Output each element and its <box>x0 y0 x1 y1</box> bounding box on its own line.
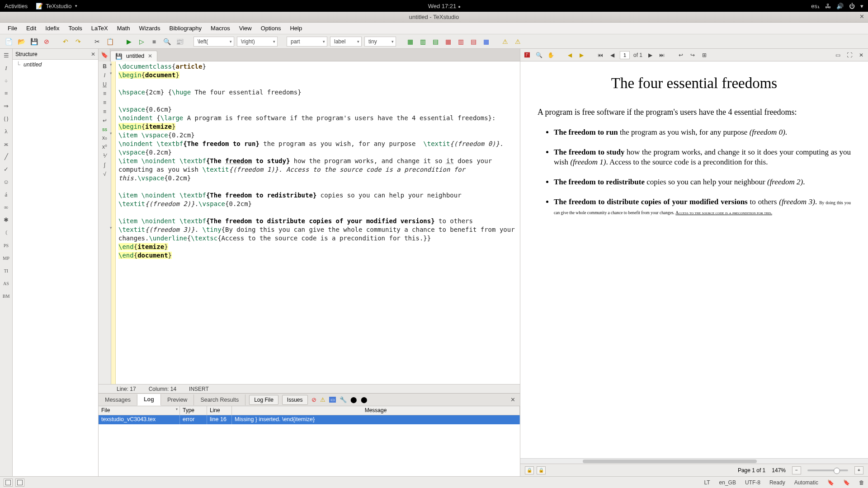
col-file[interactable]: File <box>99 406 180 415</box>
bracket-icon[interactable]: ⟮ <box>2 229 11 237</box>
logfile-button[interactable]: Log File <box>249 395 278 405</box>
ref-combo[interactable]: label <box>330 37 362 47</box>
list-icon[interactable]: ≡ <box>2 89 11 98</box>
table-icon-5[interactable]: ▥ <box>456 37 466 47</box>
code-editor[interactable]: \documentclass{article} \begin{document}… <box>116 61 520 384</box>
int-icon[interactable]: ∫ <box>104 162 105 168</box>
filter-icon-1[interactable]: 🔧 <box>340 396 347 403</box>
sync-back-icon[interactable]: ↩ <box>677 51 685 59</box>
zoom-out-button[interactable]: − <box>792 466 801 474</box>
accent-icon[interactable]: á <box>2 191 11 199</box>
layout-2-icon[interactable] <box>15 479 24 487</box>
lt-indicator[interactable]: LT <box>704 479 710 486</box>
activities-button[interactable]: Activities <box>5 3 28 9</box>
keyboard-layout-indicator[interactable]: es₁ <box>811 3 820 9</box>
check-icon[interactable]: ✓ <box>2 165 11 174</box>
logtab-search[interactable]: Search Results <box>194 394 245 405</box>
app-menu[interactable]: 📝 TeXstudio <box>36 3 77 9</box>
fold-gutter[interactable]: ▾ ▾ ▾ ▾ <box>111 61 116 384</box>
fullscreen-icon[interactable]: ⛶ <box>845 51 854 59</box>
delimiter-right-combo[interactable]: \right) <box>237 37 278 47</box>
window-close-button[interactable]: ✕ <box>858 13 865 20</box>
encoding-indicator[interactable]: UTF-8 <box>745 479 760 486</box>
issues-button[interactable]: Issues <box>282 395 308 405</box>
preview-hscrollbar[interactable] <box>520 458 868 464</box>
redo-icon[interactable]: ↷ <box>73 37 83 47</box>
prev-diff-icon[interactable]: ◀ <box>566 51 574 59</box>
system-menu-chevron-icon[interactable]: ▾ <box>860 3 863 9</box>
menu-tools[interactable]: Tools <box>64 23 86 33</box>
hand-icon[interactable]: ✋ <box>547 51 555 59</box>
search-icon[interactable]: 🔍 <box>535 51 543 59</box>
zoom-slider[interactable] <box>807 469 848 471</box>
menu-help[interactable]: Help <box>286 23 306 33</box>
braces-icon[interactable]: {} <box>2 115 11 123</box>
lang-indicator[interactable]: en_GB <box>719 479 736 486</box>
zhe-icon[interactable]: ж <box>2 140 11 148</box>
badbox-filter-icon[interactable]: ▭ <box>329 397 336 403</box>
preview-close-icon[interactable]: ✕ <box>857 51 865 59</box>
lambda-icon[interactable]: λ <box>2 127 11 136</box>
close-file-icon[interactable]: ⊘ <box>42 37 52 47</box>
warning-icon-1[interactable]: ⚠ <box>500 37 510 47</box>
paste-icon[interactable]: 📋 <box>105 37 115 47</box>
prev-page-icon[interactable]: ◀ <box>608 51 616 59</box>
structure-close-button[interactable]: ✕ <box>91 51 95 57</box>
sectioning-combo[interactable]: part <box>287 37 327 47</box>
save-file-icon[interactable]: 💾 <box>29 37 39 47</box>
ss-icon[interactable]: ss <box>102 127 107 132</box>
clock[interactable]: Wed 17:21 ● <box>428 3 461 9</box>
align-center-icon[interactable]: ≡ <box>103 99 106 106</box>
bm-icon[interactable]: BM <box>2 292 11 300</box>
menu-math[interactable]: Math <box>113 23 134 33</box>
infinity-icon[interactable]: ∞ <box>2 203 11 211</box>
table-icon-6[interactable]: ▤ <box>468 37 478 47</box>
table-icon-1[interactable]: ▦ <box>405 37 415 47</box>
col-line[interactable]: Line <box>207 406 232 415</box>
pdf-page[interactable]: The four essential freedoms A program is… <box>520 61 868 458</box>
open-file-icon[interactable]: 📂 <box>16 37 26 47</box>
as-icon[interactable]: AS <box>2 279 11 287</box>
undo-icon[interactable]: ↶ <box>61 37 71 47</box>
power-icon[interactable]: ⏻ <box>849 3 855 9</box>
error-filter-icon[interactable]: ⊘ <box>311 396 316 403</box>
layout-1-icon[interactable] <box>4 479 13 487</box>
menu-macros[interactable]: Macros <box>207 23 234 33</box>
menu-view[interactable]: View <box>235 23 256 33</box>
logtab-messages[interactable]: Messages <box>99 394 137 405</box>
bookmark-tab-icon[interactable]: 🔖 <box>99 49 110 61</box>
menu-latex[interactable]: LaTeX <box>87 23 112 33</box>
log-row[interactable]: texstudio_vC3043.tex error line 16 Missi… <box>99 415 520 424</box>
next-page-icon[interactable]: ▶ <box>646 51 654 59</box>
delimiter-left-combo[interactable]: \left( <box>193 37 234 47</box>
chapter-icon[interactable]: I <box>2 64 11 72</box>
table-icon-2[interactable]: ▥ <box>418 37 428 47</box>
underline-icon[interactable]: U <box>103 81 107 88</box>
bold-icon[interactable]: B <box>103 63 107 70</box>
zoom-in-button[interactable]: + <box>854 466 863 474</box>
cut-icon[interactable]: ✂ <box>92 37 102 47</box>
filter-icon-3[interactable]: ⬤ <box>361 396 368 403</box>
view-pdf-icon[interactable]: 📰 <box>175 37 184 47</box>
sqrt-icon[interactable]: √ <box>103 171 106 177</box>
filter-icon-2[interactable]: ⬤ <box>350 396 357 403</box>
logtab-preview[interactable]: Preview <box>161 394 194 405</box>
tab-close-button[interactable]: ✕ <box>148 53 152 59</box>
warning-icon-2[interactable]: ⚠ <box>513 37 523 47</box>
menu-bibliography[interactable]: Bibliography <box>165 23 206 33</box>
align-right-icon[interactable]: ≡ <box>103 108 106 115</box>
volume-icon[interactable]: 🔊 <box>836 3 844 9</box>
table-icon-4[interactable]: ▦ <box>443 37 453 47</box>
structure-doc-item[interactable]: untitled <box>15 61 95 68</box>
bar-icon[interactable]: ╱ <box>2 153 11 161</box>
part-icon[interactable]: ☰ <box>2 52 11 60</box>
auto-indicator[interactable]: Automatic <box>794 479 818 486</box>
col-message[interactable]: Message <box>232 406 520 415</box>
table-icon-3[interactable]: ▤ <box>430 37 440 47</box>
arrow-icon[interactable]: ⇒ <box>2 102 11 110</box>
menu-file[interactable]: File <box>4 23 21 33</box>
frac-icon[interactable]: ÷ <box>2 77 11 85</box>
window-mode-icon[interactable]: ▭ <box>834 51 842 59</box>
ps-icon[interactable]: PS <box>2 241 11 249</box>
sup-icon[interactable]: x⁰ <box>102 144 107 150</box>
